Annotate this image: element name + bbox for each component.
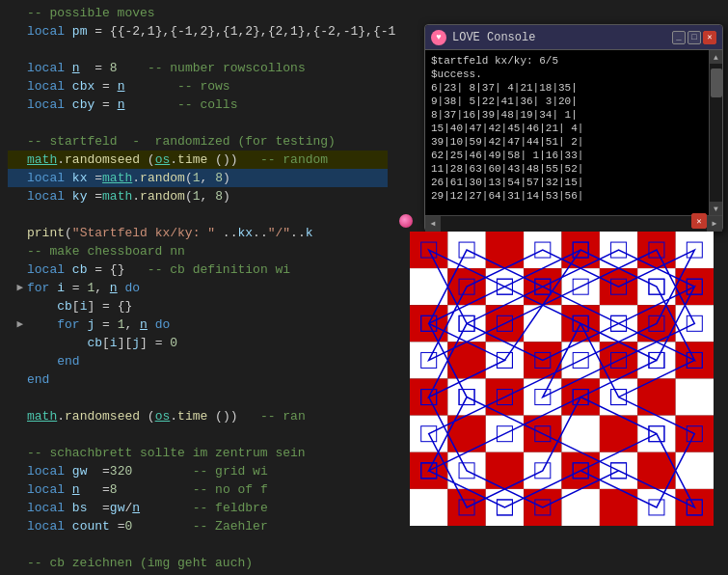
console-line: 9|38| 5|22|41|36| 3|20| <box>431 95 703 108</box>
code-line: -- cb zeichnen (img geht auch) <box>8 554 388 572</box>
code-line <box>8 41 388 59</box>
code-line: local n = 8 -- number rowscollons <box>8 59 388 77</box>
console-line: $tartfeld kx/ky: 6/5 <box>431 54 703 68</box>
code-line: local count =0 -- Zaehler <box>8 517 388 535</box>
console-body: $tartfeld kx/ky: 6/5 $uccess. 6|23| 8|37… <box>425 50 722 215</box>
code-line <box>8 425 388 444</box>
code-line: ▶ for j = 1, n do <box>8 315 388 334</box>
chess-board-canvas <box>410 232 714 526</box>
console-title: LOVE Console <box>452 31 670 44</box>
minimize-button[interactable]: _ <box>672 31 686 44</box>
console-output: $tartfeld kx/ky: 6/5 $uccess. 6|23| 8|37… <box>425 50 709 215</box>
scroll-right-arrow[interactable]: ▶ <box>707 216 722 232</box>
code-line: local bs =gw/n -- feldbre <box>8 499 388 517</box>
code-line: cb[i] = {} <box>8 297 388 315</box>
console-line: 29|12|27|64|31|14|53|56| <box>431 189 703 203</box>
code-line: ▶ for i = 1, n do <box>8 279 388 297</box>
code-line: -- startfeld - randomized (for testing) <box>8 132 388 151</box>
game-window-close-button[interactable]: ✕ <box>691 213 707 229</box>
code-editor: -- possible moves local pm = {{-2,1},{-1… <box>0 0 395 575</box>
console-line: 39|10|59|42|47|44|51| 2| <box>431 135 703 149</box>
code-line: -- schachbrett sollte im zentrum sein <box>8 444 388 462</box>
code-line <box>8 535 388 554</box>
console-line: 62|25|46|49|58| 1|16|33| <box>431 149 703 162</box>
gutter: ▶ <box>8 279 23 297</box>
code-line: end <box>8 370 388 389</box>
code-line: print("Startfeld kx/ky: " ..kx.."/"..k <box>8 224 388 242</box>
scroll-track-h <box>441 216 707 232</box>
code-line: local pm = {{-2,1},{-1,2},{1,2},{2,1},{-… <box>8 22 388 41</box>
code-line: -- possible moves <box>8 4 388 22</box>
code-line: math.randomseed (os.time ()) -- ran <box>8 407 388 425</box>
scroll-up-arrow[interactable]: ▲ <box>710 50 723 64</box>
code-line: local kx =math.random(1, 8) <box>8 169 388 187</box>
scroll-down-arrow[interactable]: ▼ <box>710 202 723 215</box>
code-line: local gw =320 -- grid wi <box>8 462 388 480</box>
code-line: math.randomseed (os.time ()) -- random <box>8 151 388 169</box>
code-line: local cbx = n -- rows <box>8 77 388 96</box>
code-line: local cb = {} -- cb definition wi <box>8 260 388 279</box>
console-line: 15|40|47|42|45|46|21| 4| <box>431 122 703 135</box>
scroll-track <box>710 64 723 202</box>
love-icon: ♥ <box>431 30 446 45</box>
code-line: local n =8 -- no of f <box>8 480 388 499</box>
code-line <box>8 114 388 132</box>
code-line <box>8 389 388 407</box>
console-line: 26|61|30|13|54|57|32|15| <box>431 176 703 189</box>
code-line: end <box>8 352 388 370</box>
close-button[interactable]: ✕ <box>703 31 716 44</box>
console-line: 11|28|63|60|43|48|55|52| <box>431 162 703 176</box>
code-line <box>8 205 388 224</box>
gutter: ▶ <box>8 315 23 334</box>
game-window-icon <box>398 213 414 229</box>
love-console-window: ♥ LOVE Console _ □ ✕ $tartfeld kx/ky: 6/… <box>424 24 723 232</box>
code-line: local ky =math.random(1, 8) <box>8 187 388 205</box>
console-scrollbar[interactable]: ▲ ▼ <box>709 50 722 215</box>
code-line: local cby = n -- colls <box>8 96 388 114</box>
console-line: 6|23| 8|37| 4|21|18|35| <box>431 81 703 95</box>
code-line: cb[i][j] = 0 <box>8 334 388 352</box>
console-bottom-scrollbar: ◀ ▶ <box>425 215 722 231</box>
code-line: -- make chessboard nn <box>8 242 388 260</box>
scroll-thumb[interactable] <box>711 68 722 97</box>
console-line: 8|37|16|39|48|19|34| 1| <box>431 108 703 122</box>
maximize-button[interactable]: □ <box>688 31 701 44</box>
scroll-left-arrow[interactable]: ◀ <box>425 216 441 232</box>
console-line: $uccess. <box>431 68 703 81</box>
console-titlebar: ♥ LOVE Console _ □ ✕ <box>425 25 722 50</box>
love-circle-icon <box>399 214 413 228</box>
